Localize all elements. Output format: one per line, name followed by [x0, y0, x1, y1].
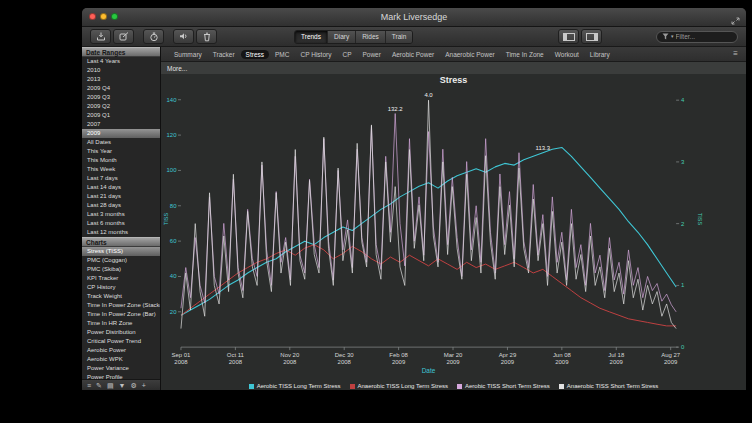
svg-text:140: 140 [166, 97, 177, 103]
sidebar-item-power-variance[interactable]: Power Variance [82, 364, 160, 373]
tab-workout[interactable]: Workout [550, 50, 584, 59]
view-segmented-control: TrendsDiaryRidesTrain [294, 30, 413, 44]
svg-text:4.0: 4.0 [424, 92, 433, 98]
legend-item-anaerobic-tiss-long-term-stress[interactable]: Anaerobic TISS Long Term Stress [350, 383, 449, 389]
segment-train[interactable]: Train [386, 31, 413, 43]
speaker-icon[interactable] [173, 29, 194, 44]
sidebar-item-last-4-years[interactable]: Last 4 Years [82, 57, 160, 66]
sidebar-item-pmc-skiba[interactable]: PMC (Skiba) [82, 265, 160, 274]
tab-tracker[interactable]: Tracker [208, 50, 240, 59]
svg-text:2008: 2008 [338, 359, 352, 365]
sidebar-item-critical-power-trend[interactable]: Critical Power Trend [82, 337, 160, 346]
segment-rides[interactable]: Rides [356, 31, 386, 43]
svg-text:TISS: TISS [697, 213, 703, 225]
legend-swatch [350, 384, 355, 389]
sidebar-item-last-21-days[interactable]: Last 21 days [82, 192, 160, 201]
sidebar-section-header-charts[interactable]: Charts [82, 237, 160, 247]
sidebar-item-stress-tiss[interactable]: Stress (TISS) [82, 247, 160, 256]
sidebar-item-kpi-tracker[interactable]: KPI Tracker [82, 274, 160, 283]
svg-text:Feb 08: Feb 08 [389, 352, 408, 358]
svg-text:20: 20 [170, 309, 177, 315]
close-button[interactable] [89, 13, 96, 20]
tab-stress[interactable]: Stress [241, 50, 269, 59]
sidebar-item-2007[interactable]: 2007 [82, 120, 160, 129]
chart-legend: Aerobic TISS Long Term StressAnaerobic T… [161, 383, 746, 389]
trash-icon[interactable] [196, 29, 217, 44]
edit-icon[interactable]: ✎ [96, 380, 102, 390]
sidebar-item-last-14-days[interactable]: Last 14 days [82, 183, 160, 192]
sidebar-item-2009-q3[interactable]: 2009 Q3 [82, 93, 160, 102]
sidebar-item-last-12-months[interactable]: Last 12 months [82, 228, 160, 237]
sidebar-item-last-7-days[interactable]: Last 7 days [82, 174, 160, 183]
svg-text:Dec 30: Dec 30 [335, 352, 355, 358]
sidebar-item-aerobic-power[interactable]: Aerobic Power [82, 346, 160, 355]
sidebar-item-last-3-months[interactable]: Last 3 months [82, 210, 160, 219]
sidebar-item-all-dates[interactable]: All Dates [82, 138, 160, 147]
fullscreen-icon[interactable] [730, 12, 741, 22]
sidebar-item-track-weight[interactable]: Track Weight [82, 292, 160, 301]
sidebar-item-time-in-power-zone-bar[interactable]: Time In Power Zone (Bar) [82, 310, 160, 319]
sidebar-item-2013[interactable]: 2013 [82, 75, 160, 84]
tab-anaerobic-power[interactable]: Anaerobic Power [440, 50, 500, 59]
tab-power[interactable]: Power [357, 50, 385, 59]
zoom-button[interactable] [111, 13, 118, 20]
tab-cp-history[interactable]: CP History [295, 50, 336, 59]
tab-library[interactable]: Library [585, 50, 615, 59]
svg-text:Aug 27: Aug 27 [661, 352, 681, 358]
pane-left-icon[interactable] [558, 29, 579, 44]
add-icon[interactable]: + [142, 380, 146, 390]
minimize-button[interactable] [100, 13, 107, 20]
title-bar[interactable]: Mark Liversedge [82, 8, 746, 27]
legend-swatch [249, 384, 254, 389]
sidebar-item-aerobic-wpk[interactable]: Aerobic WPK [82, 355, 160, 364]
segment-trends[interactable]: Trends [295, 31, 328, 43]
menu-icon[interactable]: ≡ [87, 380, 91, 390]
filter-input[interactable] [676, 33, 732, 40]
sidebar-item-2009-q2[interactable]: 2009 Q2 [82, 102, 160, 111]
tab-overflow-menu-icon[interactable]: ≡ [733, 47, 738, 61]
svg-text:132.2: 132.2 [388, 106, 404, 112]
tab-aerobic-power[interactable]: Aerobic Power [387, 50, 439, 59]
sidebar-item-2009-q4[interactable]: 2009 Q4 [82, 84, 160, 93]
svg-text:0: 0 [681, 344, 685, 350]
svg-text:Sep 01: Sep 01 [171, 352, 191, 358]
sidebar-item-power-distribution[interactable]: Power Distribution [82, 328, 160, 337]
svg-text:80: 80 [170, 203, 177, 209]
gear-icon[interactable]: ⚙ [131, 380, 137, 390]
sidebar-item-time-in-hr-zone[interactable]: Time In HR Zone [82, 319, 160, 328]
sidebar-item-time-in-power-zone-stacked[interactable]: Time In Power Zone (Stacked) [82, 301, 160, 310]
sidebar-item-this-week[interactable]: This Week [82, 165, 160, 174]
sidebar-item-this-month[interactable]: This Month [82, 156, 160, 165]
sidebar-item-2009-q1[interactable]: 2009 Q1 [82, 111, 160, 120]
filter-field[interactable]: ▾ [656, 31, 738, 43]
more-button[interactable]: More... [167, 65, 187, 72]
svg-text:2: 2 [681, 221, 685, 227]
legend-item-aerobic-tiss-short-term-stress[interactable]: Aerobic TISS Short Term Stress [457, 383, 550, 389]
sidebar-item-cp-history[interactable]: CP History [82, 283, 160, 292]
stopwatch-icon[interactable] [143, 29, 164, 44]
legend-swatch [457, 384, 462, 389]
tab-time-in-zone[interactable]: Time In Zone [501, 50, 549, 59]
tab-cp[interactable]: CP [337, 50, 356, 59]
sidebar-item-2010[interactable]: 2010 [82, 66, 160, 75]
sidebar-item-2009[interactable]: 2009 [82, 129, 160, 138]
svg-text:1: 1 [681, 282, 685, 288]
tab-summary[interactable]: Summary [169, 50, 207, 59]
pane-right-icon[interactable] [581, 29, 602, 44]
tab-bar: SummaryTrackerStressPMCCP HistoryCPPower… [161, 47, 746, 62]
sidebar-item-this-year[interactable]: This Year [82, 147, 160, 156]
sidebar-item-last-6-months[interactable]: Last 6 months [82, 219, 160, 228]
sidebar-section-header-date-ranges[interactable]: Date Ranges [82, 47, 160, 57]
legend-item-anaerobic-tiss-short-term-stress[interactable]: Anaerobic TISS Short Term Stress [559, 383, 658, 389]
sidebar-item-last-28-days[interactable]: Last 28 days [82, 201, 160, 210]
app-window: Mark Liversedge [82, 8, 746, 390]
compose-icon[interactable] [113, 29, 134, 44]
sidebar-item-pmc-coggan[interactable]: PMC (Coggan) [82, 256, 160, 265]
chart-icon[interactable]: ▤ [107, 380, 114, 390]
filter-icon[interactable]: ▼ [119, 380, 126, 390]
legend-item-aerobic-tiss-long-term-stress[interactable]: Aerobic TISS Long Term Stress [249, 383, 341, 389]
tab-pmc[interactable]: PMC [270, 50, 294, 59]
segment-diary[interactable]: Diary [328, 31, 356, 43]
legend-label: Anaerobic TISS Long Term Stress [358, 383, 449, 389]
download-icon[interactable] [90, 29, 111, 44]
